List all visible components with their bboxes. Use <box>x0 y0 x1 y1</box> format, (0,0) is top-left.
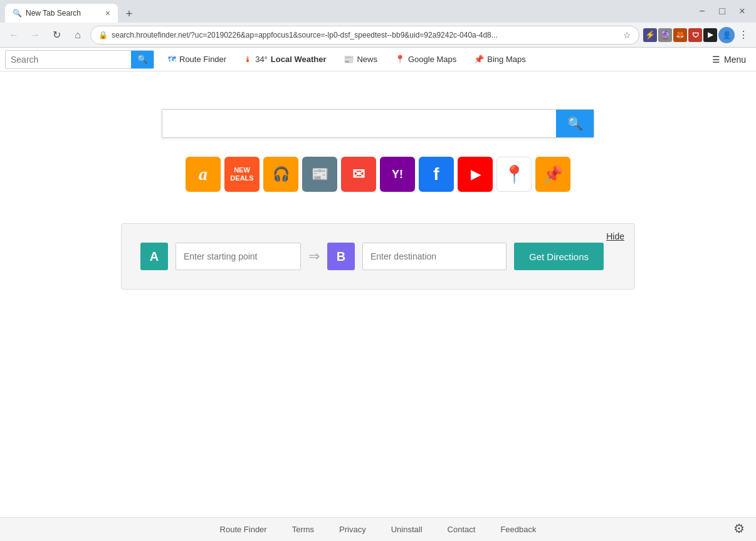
nav-search-box[interactable]: 🔍 <box>5 50 154 69</box>
lock-icon: 🔒 <box>98 31 108 39</box>
window-controls: − □ × <box>693 3 751 20</box>
nav-search-button[interactable]: 🔍 <box>131 50 154 69</box>
nav-weather-label: Local Weather <box>271 55 327 64</box>
nav-links: 🗺 Route Finder 🌡 34° Local Weather 📰 New… <box>159 48 702 71</box>
central-search-input[interactable] <box>162 110 556 137</box>
tab-favicon: 🔍 <box>13 9 22 18</box>
nav-route-finder-label: Route Finder <box>179 55 226 64</box>
footer-contact[interactable]: Contact <box>448 525 476 534</box>
quicklink-amazon[interactable]: a <box>186 157 221 192</box>
new-tab-button[interactable]: + <box>120 5 138 23</box>
footer-feedback[interactable]: Feedback <box>500 525 536 534</box>
hamburger-icon: ☰ <box>712 55 720 65</box>
route-finder-icon: 🗺 <box>168 55 176 64</box>
home-button[interactable]: ⌂ <box>69 26 87 44</box>
starting-point-input[interactable] <box>176 243 301 270</box>
weather-icon: 🌡 <box>244 55 252 64</box>
footer: Route Finder Terms Privacy Uninstall Con… <box>0 517 756 541</box>
main-content: 🔍 a NEWDEALS 🎧 📰 ✉ Y! f ▶ 📍 📌 Hide A ⇒ B <box>0 71 756 498</box>
tab-close-button[interactable]: × <box>105 8 110 18</box>
bookmark-button[interactable]: ☆ <box>623 30 631 40</box>
nav-news[interactable]: 📰 News <box>335 48 386 71</box>
tab-strip: 🔍 New Tab Search × + <box>5 0 138 23</box>
point-a-label: A <box>140 243 168 270</box>
address-bar: ← → ↻ ⌂ 🔒 search.hroutefinder.net/?uc=20… <box>0 23 756 48</box>
ext-icon-5[interactable]: ▶ <box>703 28 717 42</box>
tab-title: New Tab Search <box>26 9 81 18</box>
quicklink-audible[interactable]: 🎧 <box>263 157 298 192</box>
news-icon: 📰 <box>344 55 354 64</box>
ext-icon-4[interactable]: 🛡 <box>688 28 702 42</box>
search-magnifier-icon: 🔍 <box>567 116 583 131</box>
url-bar[interactable]: 🔒 search.hroutefinder.net/?uc=20190226&a… <box>90 26 639 45</box>
ext-icon-3[interactable]: 🦊 <box>673 28 687 42</box>
nav-local-weather[interactable]: 🌡 34° Local Weather <box>235 48 335 71</box>
central-search-bar[interactable]: 🔍 <box>162 109 594 138</box>
nav-menu-label: Menu <box>724 55 746 65</box>
quicklink-bing-maps[interactable]: 📌 <box>535 157 570 192</box>
maximize-button[interactable]: □ <box>713 3 731 20</box>
footer-terms[interactable]: Terms <box>292 525 314 534</box>
nav-google-maps[interactable]: 📍 Google Maps <box>386 48 465 71</box>
google-maps-icon: 📍 <box>395 55 405 64</box>
quicklink-new-deals[interactable]: NEWDEALS <box>224 157 260 192</box>
nav-news-label: News <box>357 55 377 64</box>
browser-menu-button[interactable]: ⋮ <box>736 26 751 43</box>
quicklink-yahoo[interactable]: Y! <box>380 157 415 192</box>
search-icon: 🔍 <box>137 55 148 64</box>
quicklink-google-maps[interactable]: 📍 <box>496 157 532 192</box>
destination-input[interactable] <box>362 243 507 270</box>
reload-button[interactable]: ↻ <box>48 26 65 44</box>
back-button[interactable]: ← <box>5 26 23 44</box>
minimize-button[interactable]: − <box>693 3 711 20</box>
nav-bing-maps[interactable]: 📌 Bing Maps <box>465 48 534 71</box>
nav-menu-button[interactable]: ☰ Menu <box>702 55 756 65</box>
close-window-button[interactable]: × <box>733 3 751 20</box>
point-b-label: B <box>327 243 355 270</box>
footer-privacy[interactable]: Privacy <box>339 525 366 534</box>
quicklink-youtube[interactable]: ▶ <box>458 157 493 192</box>
swap-directions-icon[interactable]: ⇒ <box>308 248 320 265</box>
nav-weather-temp: 34° <box>255 55 268 64</box>
nav-route-finder[interactable]: 🗺 Route Finder <box>159 48 235 71</box>
directions-box: Hide A ⇒ B Get Directions <box>121 223 635 290</box>
ext-icon-1[interactable]: ⚡ <box>643 28 657 42</box>
active-tab[interactable]: 🔍 New Tab Search × <box>5 4 118 23</box>
browser-extensions: ⚡ 🔮 🦊 🛡 ▶ 👤 ⋮ <box>643 26 751 43</box>
profile-button[interactable]: 👤 <box>718 27 735 43</box>
quick-links: a NEWDEALS 🎧 📰 ✉ Y! f ▶ 📍 📌 <box>186 157 570 192</box>
settings-icon[interactable]: ⚙ <box>733 521 748 536</box>
nav-bing-maps-label: Bing Maps <box>487 55 525 64</box>
directions-row: A ⇒ B Get Directions <box>140 243 616 270</box>
bing-maps-icon: 📌 <box>474 55 484 64</box>
quicklink-facebook[interactable]: f <box>419 157 454 192</box>
hide-button[interactable]: Hide <box>606 231 624 241</box>
get-directions-button[interactable]: Get Directions <box>514 243 604 270</box>
quicklink-gmail[interactable]: ✉ <box>341 157 376 192</box>
url-text: search.hroutefinder.net/?uc=20190226&ap=… <box>112 31 619 39</box>
nav-search-input[interactable] <box>6 51 131 68</box>
title-bar: 🔍 New Tab Search × + − □ × <box>0 0 756 23</box>
footer-uninstall[interactable]: Uninstall <box>391 525 423 534</box>
footer-route-finder[interactable]: Route Finder <box>220 525 267 534</box>
quicklink-news[interactable]: 📰 <box>302 157 337 192</box>
ext-icon-2[interactable]: 🔮 <box>658 28 672 42</box>
top-nav: 🔍 🗺 Route Finder 🌡 34° Local Weather 📰 N… <box>0 48 756 71</box>
forward-button[interactable]: → <box>26 26 44 44</box>
nav-google-maps-label: Google Maps <box>408 55 456 64</box>
central-search-button[interactable]: 🔍 <box>556 110 594 137</box>
browser-chrome: 🔍 New Tab Search × + − □ × ← → ↻ ⌂ 🔒 sea… <box>0 0 756 48</box>
